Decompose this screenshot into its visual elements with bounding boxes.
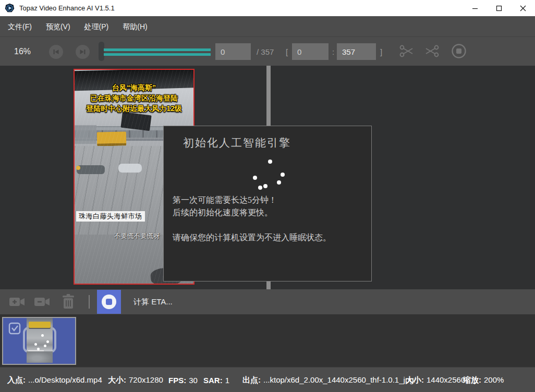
app-logo-icon [5, 3, 15, 13]
clip-thumbnail-selected[interactable] [2, 317, 76, 365]
zoom-level: 16% [14, 47, 31, 56]
checkbox-checked-icon [8, 322, 21, 335]
dialog-body: 第一次可能需要长达5分钟！ 后续的初始化速度将更快。 请确保您的计算机设置为不进… [173, 194, 331, 244]
trim-start-cut-button[interactable] [398, 44, 415, 58]
camera-plus-icon [8, 294, 26, 310]
minimize-button[interactable] [463, 0, 487, 16]
delete-clip-button[interactable] [62, 293, 75, 310]
status-scale: 缩放:200% [463, 375, 504, 385]
status-fps: FPS:30 [168, 375, 198, 384]
window-title: Topaz Video Enhance AI V1.5.1 [19, 4, 115, 12]
maximize-button[interactable] [487, 0, 511, 16]
thumb-lower-water [27, 351, 53, 363]
titlebar: Topaz Video Enhance AI V1.5.1 [0, 0, 535, 16]
trim-end-cut-button[interactable] [424, 44, 441, 58]
trim-end-input[interactable] [337, 43, 376, 60]
playback-toolbar: 16% / 357 [ : ] [0, 37, 535, 66]
eta-status-label: 计算 ETA... [133, 297, 173, 307]
stop-preview-button[interactable] [451, 43, 467, 59]
trim-colon: : [332, 47, 334, 56]
skip-to-start-button[interactable] [49, 45, 63, 59]
status-input-path: 入点:...o/Desktop/x6d.mp4 [7, 375, 102, 385]
close-button[interactable] [511, 0, 535, 16]
timeline-track-top[interactable] [104, 48, 211, 51]
trash-icon [62, 293, 75, 310]
status-sar: SAR:1 [203, 375, 229, 384]
processing-actionbar: 计算 ETA... [0, 289, 535, 314]
scissors-left-icon [398, 44, 415, 58]
stop-circle-icon [451, 43, 467, 59]
camera-minus-icon [33, 294, 51, 310]
current-frame-input[interactable] [215, 43, 251, 60]
skip-to-start-icon [53, 48, 59, 55]
dialog-title: 初始化人工智能引擎 [183, 136, 291, 150]
dialog-line-1: 第一次可能需要长达5分钟！ [173, 194, 331, 206]
trim-bracket-open: [ [286, 47, 288, 56]
timeline-track-bottom[interactable] [104, 53, 211, 56]
dialog-line-3: 请确保您的计算机设置为不进入睡眠状态。 [173, 231, 331, 244]
stop-processing-icon [102, 295, 116, 309]
timeline-slider-thumb[interactable] [99, 42, 104, 61]
skip-to-end-button[interactable] [76, 45, 90, 59]
status-input-size: 大小:720x1280 [108, 375, 163, 385]
minimize-icon [472, 5, 478, 11]
add-clip-button[interactable] [8, 294, 26, 310]
skip-to-end-icon [79, 48, 86, 55]
thumb-news-text-smudge [29, 322, 51, 328]
menubar: 文件(F) 预览(V) 处理(P) 帮助(H) [0, 16, 535, 37]
clip-thumbnail-image [27, 318, 53, 363]
dialog-line-2: 后续的初始化速度将更快。 [173, 206, 331, 219]
menu-process[interactable]: 处理(P) [78, 16, 115, 37]
status-output-path: 出点:...ktop/x6d_2.00x_1440x2560_thf-1.0.1… [242, 375, 416, 385]
menu-help[interactable]: 帮助(H) [116, 16, 153, 37]
remove-clip-button[interactable] [33, 294, 51, 310]
clip-checkbox[interactable] [8, 322, 21, 335]
statusbar: 入点:...o/Desktop/x6d.mp4 大小:720x1280 FPS:… [0, 367, 535, 392]
stop-processing-button[interactable] [97, 290, 121, 314]
scissors-right-icon [424, 44, 441, 58]
menu-preview[interactable]: 预览(V) [40, 16, 77, 37]
trim-start-input[interactable] [292, 43, 329, 60]
app-window: Topaz Video Enhance AI V1.5.1 文件(F) 预览(V… [0, 0, 535, 392]
close-icon [520, 5, 526, 11]
menu-file[interactable]: 文件(F) [2, 16, 38, 37]
maximize-icon [496, 5, 502, 11]
trim-bracket-close: ] [380, 47, 382, 56]
status-output-size: 大小:1440x2560 [406, 375, 465, 385]
init-engine-dialog: 初始化人工智能引擎 第一次可能需要长达5分钟！ 后续的初始化速度将更快。 请确保… [163, 126, 372, 281]
main-viewport: 台风“海高斯” 已在珠海市金湾区沿海登陆 登陆时中心附近最大风力12级 珠海白藤… [0, 66, 535, 289]
actionbar-divider [89, 295, 90, 309]
total-frames-label: / 357 [257, 47, 274, 56]
clip-thumbnail-strip [0, 314, 535, 367]
